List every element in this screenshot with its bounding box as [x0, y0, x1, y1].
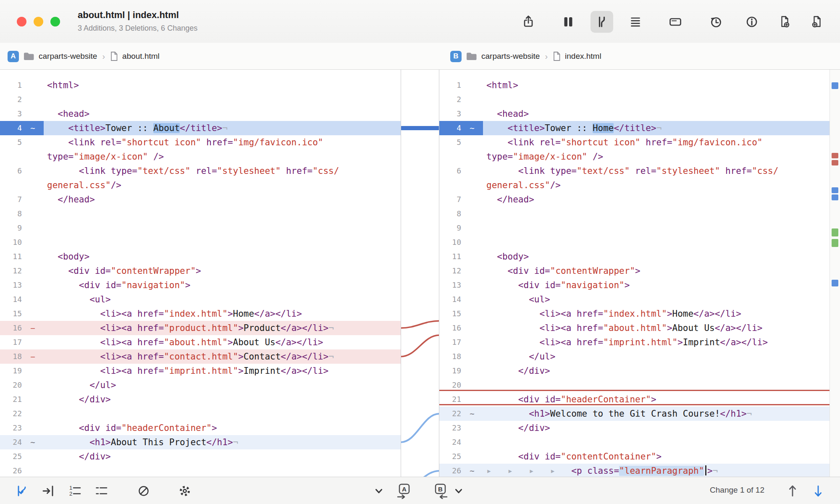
code-line-a-10: 10 — [0, 235, 401, 249]
line-gutter: 19 — [439, 364, 483, 378]
pane-a-editor[interactable]: 1<html>23 <head>4~ <title>Tower :: About… — [0, 70, 401, 477]
unified-view-button[interactable] — [624, 11, 647, 33]
share-button[interactable] — [517, 11, 540, 33]
add-file-a-button[interactable] — [773, 11, 796, 33]
code-line-b-22[interactable]: 22~ <h1>Welcome to the Git Crash Course!… — [439, 407, 830, 421]
code-token: "headerContainer" — [121, 423, 212, 433]
code-token: <li><a href= — [100, 323, 164, 333]
line-number: 3 — [0, 107, 22, 121]
line-number: 25 — [439, 449, 461, 464]
line-number: 11 — [439, 249, 461, 264]
connector-deletion-1[interactable] — [401, 321, 439, 328]
code-token — [486, 366, 518, 376]
code-token: "image/x-icon" — [74, 152, 148, 162]
code-token: <body> — [58, 252, 89, 262]
line-number: 5 — [0, 135, 22, 150]
insert-change-button[interactable] — [37, 480, 59, 502]
copy-to-a-button[interactable]: B — [429, 480, 451, 502]
breadcrumb-folder-a[interactable]: carparts-website — [39, 52, 97, 61]
code-text: <html> — [483, 78, 518, 92]
code-line-a-24[interactable]: 24~ <h1>About This Project</h1>¬ — [0, 435, 401, 449]
diff-app-window: about.html | index.html 3 Additions, 3 D… — [0, 0, 840, 504]
breadcrumb-file-b[interactable]: index.html — [565, 52, 601, 61]
minimize-window-button[interactable] — [34, 17, 43, 26]
copy-to-b-button[interactable]: A — [394, 480, 416, 502]
code-text: <div id="headerContainer"> — [44, 421, 217, 435]
code-token — [47, 394, 79, 404]
line-gutter: 17 — [0, 335, 44, 349]
code-token: <title> — [508, 123, 545, 133]
code-token: "css/ — [752, 166, 778, 176]
change-marker — [22, 307, 44, 321]
line-number: 6 — [0, 164, 22, 178]
line-number: 7 — [0, 192, 22, 207]
zoom-window-button[interactable] — [50, 17, 60, 26]
file-b-actions-chevron[interactable] — [449, 480, 468, 502]
line-gutter: 1 — [0, 78, 44, 92]
connector-selected-change[interactable] — [401, 126, 439, 130]
code-token: <link rel= — [508, 137, 561, 147]
code-text: <div id="contentWrapper"> — [483, 264, 640, 278]
change-marker — [461, 249, 483, 264]
code-line-b-26[interactable]: 26~▸ ▸ ▸ ▸ <p class="learnParagraph">¬ — [439, 464, 830, 477]
lock-editing-button[interactable] — [133, 480, 155, 502]
line-gutter: 24~ — [0, 435, 44, 449]
line-number: 5 — [439, 135, 461, 150]
settings-button[interactable] — [174, 480, 196, 502]
code-token — [486, 109, 497, 119]
pane-b-editor[interactable]: 1<html>23 <head>4~ <title>Tower :: Home<… — [439, 70, 830, 477]
code-token: ▸ — [486, 466, 508, 476]
history-button[interactable] — [705, 11, 727, 33]
code-line-a-18[interactable]: 18− <li><a href="contact.html">Contact</… — [0, 349, 401, 364]
line-number: 24 — [0, 435, 22, 449]
scroll-map-mark-6 — [832, 228, 838, 236]
info-button[interactable] — [740, 11, 763, 33]
add-file-b-button[interactable] — [806, 11, 828, 33]
change-marker — [461, 221, 483, 235]
line-gutter: 10 — [439, 235, 483, 249]
code-line-a-8: 8 — [0, 207, 401, 221]
code-line-a-4[interactable]: 4~ <title>Tower :: About</title>¬ — [0, 121, 401, 135]
code-token: <li><a href= — [100, 309, 164, 319]
breadcrumb-folder-b[interactable]: carparts-website — [481, 52, 540, 61]
breadcrumb-file-a[interactable]: about.html — [122, 52, 160, 61]
code-token — [47, 323, 100, 333]
line-numbers-button[interactable]: 1 2 — [64, 480, 86, 502]
breadcrumb-a: A carparts-website › about.html — [8, 43, 160, 70]
change-marker — [461, 192, 483, 207]
two-up-view-button[interactable] — [557, 11, 580, 33]
code-token: > — [625, 280, 630, 290]
previous-change-button[interactable] — [782, 480, 803, 502]
reading-view-button[interactable] — [664, 11, 687, 33]
svg-text:2: 2 — [69, 491, 72, 497]
line-gutter: 6 — [439, 164, 483, 178]
code-line-a-9: 9 — [0, 221, 401, 235]
list-style-button[interactable] — [91, 480, 113, 502]
apply-change-button[interactable] — [11, 480, 33, 502]
code-token: "navigation" — [121, 280, 185, 290]
code-text: </div> — [483, 421, 550, 435]
connector-deletion-2[interactable] — [401, 335, 439, 357]
next-change-button[interactable] — [807, 480, 829, 502]
window-controls — [17, 17, 60, 26]
fluid-view-button[interactable] — [591, 11, 613, 33]
file-a-actions-chevron[interactable] — [370, 480, 388, 502]
code-line-a-17: 17 <li><a href="about.html">About Us</a>… — [0, 335, 401, 349]
change-marker — [461, 135, 483, 150]
code-line-b-12: 12 <div id="contentWrapper"> — [439, 264, 830, 278]
line-number: 13 — [0, 278, 22, 292]
change-marker: ~ — [461, 121, 483, 135]
code-line-b-4[interactable]: 4~ <title>Tower :: Home</title>¬ — [439, 121, 830, 135]
close-window-button[interactable] — [17, 17, 26, 26]
scroll-map-mark-8 — [832, 280, 838, 286]
code-token: </div> — [518, 366, 550, 376]
connector-change-p[interactable] — [401, 471, 439, 477]
code-token: "learnParagraph" — [619, 466, 704, 476]
line-number: 2 — [439, 92, 461, 107]
history-icon — [709, 14, 724, 29]
connector-change-h1[interactable] — [401, 414, 439, 442]
code-line-a-16[interactable]: 16− <li><a href="product.html">Product</… — [0, 321, 401, 335]
change-scroll-map[interactable] — [830, 70, 840, 477]
code-token: "about.html" — [603, 323, 667, 333]
code-token: Contact — [244, 352, 281, 362]
